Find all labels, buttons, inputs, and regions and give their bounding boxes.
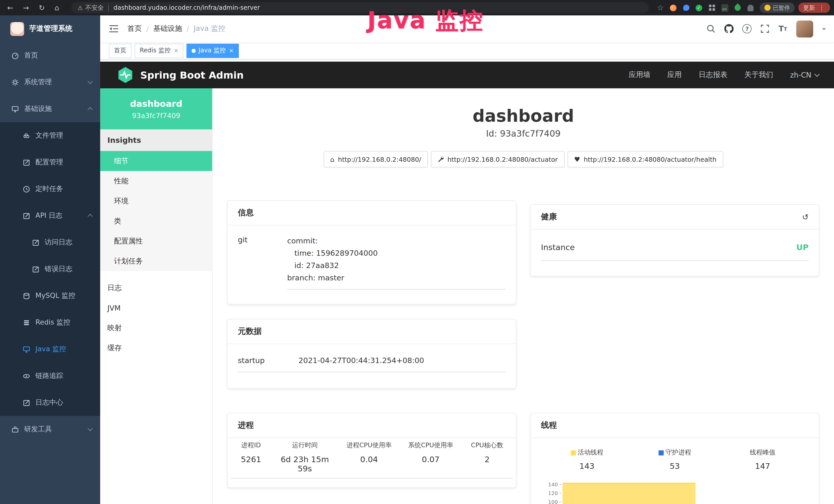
browser-home-icon[interactable]: ⌂ (54, 4, 59, 12)
emoji-face-icon (764, 5, 770, 11)
help-icon[interactable]: ? (743, 24, 752, 33)
close-icon[interactable]: × (174, 47, 178, 54)
health-url-link[interactable]: ♥ http://192.168.0.2:48080/actuator/heal… (567, 151, 723, 167)
browser-menu-icon[interactable]: ⋮ (818, 4, 825, 11)
sidebar-item-file-manage[interactable]: 文件管理 (0, 122, 100, 149)
ytick-120: 120 (548, 490, 558, 496)
sba-item-config-props[interactable]: 配置属性 (100, 231, 212, 251)
log-edit-icon (32, 238, 40, 246)
sidebar-item-label: 错误日志 (45, 265, 72, 274)
extension-on-badge-icon[interactable]: on (721, 4, 728, 11)
sidebar-item-label: 定时任务 (36, 184, 63, 193)
sidebar-item-mysql-monitor[interactable]: MySQL 监控 (0, 282, 100, 309)
actuator-url-link[interactable]: http://192.168.0.2:48080/actuator (431, 151, 564, 167)
health-card-title: 健康 (541, 211, 557, 222)
sba-item-classes[interactable]: 类 (100, 211, 212, 231)
sidebar-item-log-center[interactable]: 日志中心 (0, 389, 100, 416)
sba-item-scheduled-tasks[interactable]: 计划任务 (100, 251, 212, 271)
sidebar-item-label: 配置管理 (36, 158, 63, 167)
sba-locale-select[interactable]: zh-CN (790, 71, 818, 79)
sba-nav-journal[interactable]: 日志报表 (699, 70, 727, 79)
sba-nav-about[interactable]: 关于我们 (744, 70, 773, 79)
sidebar-item-home[interactable]: 首页 (0, 42, 100, 69)
browser-back-icon[interactable]: ← (7, 4, 13, 12)
browser-reload-icon[interactable]: ↻ (39, 4, 45, 12)
sidebar-item-infra[interactable]: 基础设施 (0, 95, 100, 122)
sidebar-item-api-log[interactable]: API 日志 (0, 202, 100, 229)
github-icon[interactable] (725, 24, 734, 33)
breadcrumb-separator: / (147, 25, 149, 32)
sba-item-jvm[interactable]: JVM (100, 298, 212, 318)
app-logo[interactable]: 芋道管理系统 (0, 16, 100, 42)
edit-square-icon (23, 158, 30, 166)
sidebar-item-label: 首页 (24, 51, 38, 60)
user-avatar[interactable] (796, 20, 813, 37)
tag-label: Redis 监控 (140, 46, 171, 55)
threads-card-title: 线程 (531, 413, 819, 438)
gauge-icon (11, 52, 19, 59)
bookmark-star-icon[interactable]: ☆ (657, 4, 664, 11)
sba-nav-wallboard[interactable]: 应用墙 (629, 70, 650, 79)
sidebar-item-trace[interactable]: 链路追踪 (0, 363, 100, 389)
sba-app-name: dashboard (130, 98, 182, 109)
legend-swatch-live (570, 450, 576, 455)
breadcrumb-infra[interactable]: 基础设施 (153, 24, 182, 33)
sba-logo-icon[interactable] (117, 66, 134, 84)
search-icon[interactable] (707, 24, 716, 33)
chevron-up-icon (88, 214, 93, 219)
service-url-link[interactable]: ⌂ http://192.168.0.2:48080/ (323, 151, 428, 167)
monitor-icon (11, 105, 19, 113)
threads-area-series (563, 483, 695, 504)
paused-extension-badge[interactable]: 已暂停 (760, 3, 794, 13)
sba-nav-applications[interactable]: 应用 (667, 70, 682, 79)
breadcrumb-home[interactable]: 首页 (127, 24, 142, 33)
address-bar[interactable]: ⚠ 不安全 | dashboard.yudao.iocoder.cn/infra… (71, 2, 649, 13)
extension-fox-icon[interactable] (670, 4, 677, 11)
health-instance-label: Instance (541, 243, 575, 252)
fullscreen-icon[interactable] (761, 24, 770, 33)
app-title: 芋道管理系统 (29, 24, 72, 33)
sba-item-caches[interactable]: 缓存 (100, 338, 212, 358)
annotation-text: Java 监控 (367, 5, 484, 36)
sidebar-item-error-log[interactable]: 错误日志 (0, 256, 100, 282)
tag-redis[interactable]: Redis 监控 × (135, 43, 184, 58)
legend-value-daemon: 53 (631, 462, 719, 471)
avatar-caret-icon[interactable] (822, 28, 826, 32)
sba-item-logs[interactable]: 日志 (100, 278, 212, 298)
tag-home[interactable]: 首页 (109, 43, 132, 58)
font-size-icon[interactable]: TT (778, 24, 787, 33)
breadcrumb-current: Java 监控 (194, 24, 225, 33)
chevron-down-icon (88, 426, 93, 431)
extension-drop-icon[interactable] (682, 4, 690, 11)
instance-id-line: Id: 93a3fc7f7409 (213, 127, 834, 140)
sba-instance-header[interactable]: dashboard 93a3fc7f7409 (100, 88, 212, 130)
sidebar-item-config-manage[interactable]: 配置管理 (0, 149, 100, 176)
process-header-proc-cpu: 进程CPU使用率 (338, 441, 400, 455)
sidebar-item-redis-monitor[interactable]: Redis 监控 (0, 309, 100, 336)
info-card: 信息 git commit: time: 1596289704000 id: 2… (227, 200, 516, 304)
sidebar-item-system[interactable]: 系统管理 (0, 69, 100, 95)
history-icon[interactable]: ↺ (802, 212, 809, 222)
sba-item-metrics[interactable]: 性能 (100, 171, 212, 191)
browser-forward-icon[interactable]: → (23, 4, 29, 12)
sidebar-item-java-monitor[interactable]: Java 监控 (0, 336, 100, 363)
link-label: http://192.168.0.2:48080/ (338, 155, 421, 163)
sidebar-item-scheduled-job[interactable]: 定时任务 (0, 176, 100, 202)
ytick-100: 100 (548, 499, 558, 504)
extension-check-icon[interactable]: ✓ (695, 4, 702, 11)
extension-grid-icon[interactable] (708, 4, 715, 11)
heart-icon: ♥ (574, 155, 580, 163)
close-icon[interactable]: × (229, 47, 234, 54)
sba-item-details[interactable]: 细节 (100, 151, 212, 171)
sba-item-environment[interactable]: 环境 (100, 191, 212, 211)
extension-leaf-icon[interactable] (734, 4, 741, 11)
breadcrumb-separator: / (187, 25, 189, 32)
sba-brand-title[interactable]: Spring Boot Admin (140, 69, 244, 81)
sidebar-item-dev-tools[interactable]: 研发工具 (0, 416, 100, 443)
sidebar-collapse-icon[interactable] (100, 25, 119, 33)
extension-silhouette-icon[interactable] (747, 4, 754, 11)
tag-java-active[interactable]: Java 监控 × (187, 43, 239, 58)
chrome-update-button[interactable]: 更新 ⋮ (798, 3, 830, 13)
sba-item-mappings[interactable]: 映射 (100, 318, 212, 338)
sidebar-item-access-log[interactable]: 访问日志 (0, 229, 100, 256)
